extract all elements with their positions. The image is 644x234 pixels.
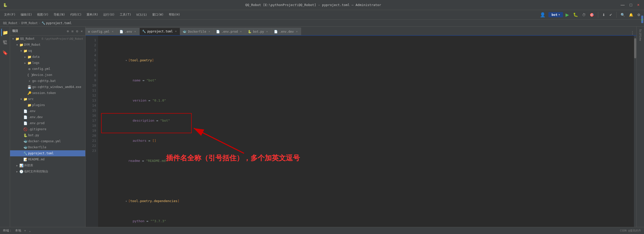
tab-close-env-prod[interactable]: ×	[239, 30, 243, 33]
tree-item-pyproject-toml[interactable]: 🔧 pyproject.toml	[10, 150, 85, 156]
breadcrumb-qq-robot[interactable]: QQ_Robot	[3, 21, 18, 25]
tree-item-readme[interactable]: 📝 README.md	[10, 156, 85, 162]
menu-help[interactable]: 帮助(H)	[167, 12, 182, 18]
minimize-button[interactable]: —	[619, 2, 626, 8]
expand-arrow: ▶	[23, 62, 27, 64]
tree-item-data[interactable]: ▶ 📁 data	[10, 54, 85, 60]
tree-label: DYM_Robot	[24, 43, 83, 46]
user-icon[interactable]: 👤	[538, 12, 547, 17]
tree-item-go-cqhttp-exe[interactable]: 💾 go-cqhttp_windows_amd64.exe	[10, 84, 85, 90]
tab-close-bot-py[interactable]: ×	[265, 30, 269, 33]
exe-icon: 💾	[27, 85, 32, 89]
menu-vcs[interactable]: VCS(S)	[134, 12, 149, 18]
tree-item-plugins[interactable]: 📁 plugins	[10, 102, 85, 108]
tree-item-src[interactable]: ▼ 📁 src	[10, 96, 85, 102]
structure-icon[interactable]: 🏗	[1, 39, 9, 46]
tab-close-env-dev[interactable]: ×	[295, 30, 299, 33]
tree-item-external[interactable]: ▶ 📊 外部库	[10, 162, 85, 168]
tree-item-qq-robot[interactable]: ▼ 📁 QQ_Robot E:\pythonProject\QQ_Robot	[10, 36, 85, 42]
tree-label: plugins	[32, 103, 83, 107]
tree-label: README.md	[28, 158, 83, 161]
scratch-icon: 🕐	[19, 170, 24, 173]
tree-item-dym-robot[interactable]: ▼ 📁 DYM_Robot	[10, 42, 85, 48]
tree-item-go-cqhttp-bat[interactable]: ⚡ go-cqhttp.bat	[10, 78, 85, 84]
tab-env[interactable]: 📄 .env ×	[117, 28, 140, 35]
window-controls[interactable]: — □ ×	[619, 2, 641, 8]
menu-view[interactable]: 视图(V)	[35, 12, 51, 18]
tree-item-env-prod[interactable]: 📄 .env.prod	[10, 120, 85, 126]
tree-item-dockerfile[interactable]: 🐳 Dockerfile	[10, 144, 85, 150]
sidebar-collapse-icon[interactable]: ≡	[71, 29, 74, 34]
sidebar-add-icon[interactable]: ⊕	[66, 29, 69, 34]
debug-button[interactable]: 🐛	[572, 12, 580, 18]
code-line-3: version = "0.1.0"	[101, 93, 633, 98]
tree-item-env[interactable]: 📄 .env	[10, 108, 85, 114]
tab-label: pyproject.toml	[147, 30, 173, 33]
fold-icon-8[interactable]: ▾	[125, 199, 128, 204]
terminal-label: 终端：	[3, 228, 12, 233]
coverage-button[interactable]: 🎯	[588, 12, 595, 18]
menu-tools[interactable]: 工具(T)	[118, 12, 133, 18]
project-icon[interactable]: 📁	[1, 29, 9, 36]
sidebar-close-icon[interactable]: ×	[80, 29, 83, 34]
tab-pyproject-toml[interactable]: 🔧 pyproject.toml ×	[140, 28, 180, 35]
menu-window[interactable]: 窗口(W)	[150, 12, 166, 18]
tree-item-logs[interactable]: ▶ 📁 logs	[10, 60, 85, 66]
code-content[interactable]: ▾[tool.poetry] name = "bot" version = "0…	[98, 36, 636, 227]
editor-area[interactable]: 12345 678910 1112131415 1617181920 21222…	[86, 36, 636, 227]
tree-item-gitignore[interactable]: 🚫 .gitignore	[10, 126, 85, 132]
profile-button[interactable]: ⏱	[581, 12, 587, 18]
tree-item-env-dev[interactable]: 📄 .env.dev	[10, 114, 85, 120]
menu-refactor[interactable]: 重构(R)	[85, 12, 100, 18]
scrollbar-vertical[interactable]	[634, 36, 636, 227]
menu-code[interactable]: 代码(C)	[68, 12, 84, 18]
close-button[interactable]: ×	[636, 2, 641, 8]
menu-run[interactable]: 运行(U)	[101, 12, 117, 18]
folder-icon: 📁	[15, 37, 20, 41]
menu-edit[interactable]: 编辑(E)	[19, 12, 34, 18]
notification-button[interactable]: 🔔	[627, 12, 635, 18]
search-button[interactable]: 🔍	[619, 12, 626, 18]
tab-bot-py[interactable]: 🐍 bot.py ×	[245, 28, 271, 35]
vcs-update-button[interactable]: ⬇	[601, 12, 607, 18]
tab-env-dev[interactable]: 📄 .env.dev ×	[271, 28, 301, 35]
tab-close-config-yml[interactable]: ×	[111, 30, 114, 33]
tree-label: .env.dev	[28, 115, 83, 119]
config-icon: ⚙	[27, 67, 32, 71]
tree-item-device-json[interactable]: { } device.json	[10, 72, 85, 78]
sidebar-settings-icon[interactable]: ⚙	[75, 29, 78, 34]
bookmarks-icon[interactable]: 🔖	[1, 49, 9, 56]
vcs-commit-button[interactable]: ✔	[608, 12, 614, 18]
code-line-4: description = "bot"	[101, 113, 633, 118]
tree-label: QQ_Robot	[20, 37, 40, 40]
git-icon: 🚫	[23, 127, 28, 131]
tab-config-yml[interactable]: ⚙ config.yml ×	[86, 28, 117, 35]
folder-icon: 📁	[19, 43, 24, 47]
status-right: CSDN @凝高的丹	[620, 229, 641, 232]
tree-item-scratch[interactable]: ▶ 🕐 临时文件和控制台	[10, 168, 85, 174]
menu-file[interactable]: 文件(F)	[2, 12, 18, 18]
tree-item-bot-py[interactable]: 🐍 bot.py	[10, 132, 85, 138]
tree-item-docker-compose[interactable]: 🐳 docker-compose.yml	[10, 138, 85, 144]
menu-nav[interactable]: 导航(N)	[52, 12, 67, 18]
tree-item-session-token[interactable]: 🔑 session.token	[10, 90, 85, 96]
breadcrumb-dym-robot[interactable]: DYM_Robot	[21, 21, 38, 25]
tab-dockerfile[interactable]: 🐳 Dockerfile ×	[180, 28, 214, 35]
bot-badge[interactable]: bot ▼	[548, 12, 563, 17]
tab-close-env[interactable]: ×	[134, 30, 137, 33]
tabs-more-icon[interactable]: ⋮	[628, 30, 636, 35]
breadcrumb-file[interactable]: 🔧pyproject.toml	[42, 21, 71, 25]
tab-close-dockerfile[interactable]: ×	[208, 30, 211, 33]
tree-item-sq[interactable]: ▼ 📁 sq	[10, 48, 85, 54]
env-icon: 📄	[23, 121, 28, 125]
add-terminal-btn[interactable]: +	[24, 229, 26, 232]
maximize-button[interactable]: □	[628, 2, 634, 8]
tab-env-prod[interactable]: 📄 .env.prod ×	[214, 28, 245, 35]
scrollbar-thumb[interactable]	[634, 38, 636, 58]
run-button[interactable]: ▶	[564, 11, 571, 18]
tree-item-config-yml[interactable]: ⚙ config.yml	[10, 66, 85, 72]
fold-icon-1[interactable]: ▾	[125, 58, 128, 63]
terminal-more-btn[interactable]: ⌄	[29, 229, 31, 232]
docker-icon: 🐳	[23, 139, 28, 143]
tab-close-pyproject[interactable]: ×	[174, 29, 178, 33]
